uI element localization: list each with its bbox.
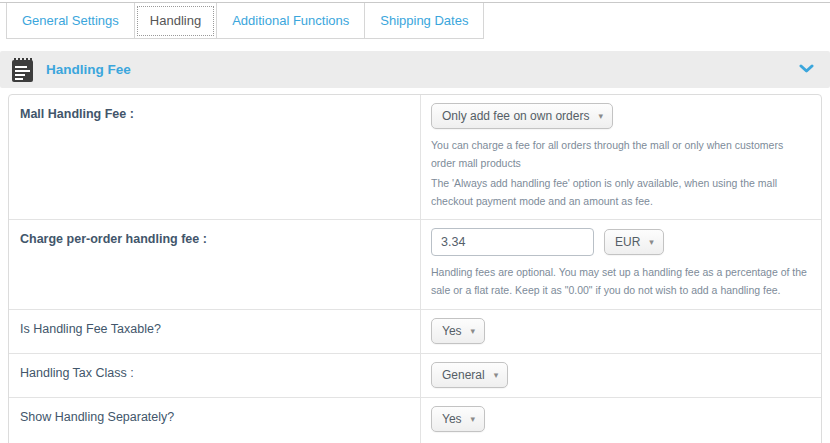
caret-down-icon: ▾ <box>649 238 654 247</box>
select-value: Only add fee on own orders <box>442 109 589 123</box>
select-value: Yes <box>442 324 462 338</box>
show-separately-select[interactable]: Yes ▾ <box>431 406 485 432</box>
form-row-show-separately: Show Handling Separately? Yes ▾ If handl… <box>9 397 821 443</box>
notepad-icon <box>12 58 33 82</box>
caret-down-icon: ▾ <box>471 327 476 336</box>
select-value: EUR <box>615 235 640 249</box>
help-text: The 'Always add handling fee' option is … <box>431 175 809 211</box>
tax-class-select[interactable]: General ▾ <box>431 362 508 388</box>
handling-fee-form: Mall Handling Fee : Only add fee on own … <box>8 94 822 443</box>
field-label: Show Handling Separately? <box>9 398 421 443</box>
tab-additional-functions[interactable]: Additional Functions <box>216 3 365 39</box>
tab-handling[interactable]: Handling <box>134 3 217 39</box>
tab-general-settings[interactable]: General Settings <box>6 3 135 39</box>
fee-taxable-select[interactable]: Yes ▾ <box>431 318 485 344</box>
field-cell: EUR ▾ Handling fees are optional. You ma… <box>421 220 821 309</box>
field-cell: General ▾ <box>421 354 821 397</box>
help-text: Handling fees are optional. You may set … <box>431 264 809 300</box>
caret-down-icon: ▾ <box>471 415 476 424</box>
collapse-section-button[interactable] <box>797 60 816 79</box>
field-label: Charge per-order handling fee : <box>9 220 421 309</box>
field-label: Is Handling Fee Taxable? <box>9 310 421 353</box>
section-title: Handling Fee <box>46 62 131 77</box>
tab-shipping-dates[interactable]: Shipping Dates <box>364 3 484 39</box>
form-row-mall-handling-fee: Mall Handling Fee : Only add fee on own … <box>9 95 821 219</box>
field-cell: Yes ▾ If handling is not separated then … <box>421 398 821 443</box>
form-row-per-order-fee: Charge per-order handling fee : EUR ▾ Ha… <box>9 219 821 309</box>
field-cell: Yes ▾ <box>421 310 821 353</box>
caret-down-icon: ▾ <box>494 371 499 380</box>
settings-page: General Settings Handling Additional Fun… <box>0 2 830 443</box>
currency-select[interactable]: EUR ▾ <box>604 229 664 255</box>
chevron-down-icon <box>799 62 814 77</box>
select-value: General <box>442 368 485 382</box>
form-row-fee-taxable: Is Handling Fee Taxable? Yes ▾ <box>9 309 821 353</box>
field-cell: Only add fee on own orders ▾ You can cha… <box>421 95 821 219</box>
mall-handling-fee-select[interactable]: Only add fee on own orders ▾ <box>431 103 613 129</box>
caret-down-icon: ▾ <box>598 112 603 121</box>
help-text: You can charge a fee for all orders thro… <box>431 137 809 173</box>
field-label: Mall Handling Fee : <box>9 95 421 219</box>
form-row-tax-class: Handling Tax Class : General ▾ <box>9 353 821 397</box>
select-value: Yes <box>442 412 462 426</box>
section-header-handling-fee: Handling Fee <box>0 51 830 88</box>
handling-fee-amount-input[interactable] <box>431 228 594 256</box>
field-label: Handling Tax Class : <box>9 354 421 397</box>
tab-bar: General Settings Handling Additional Fun… <box>0 2 830 39</box>
